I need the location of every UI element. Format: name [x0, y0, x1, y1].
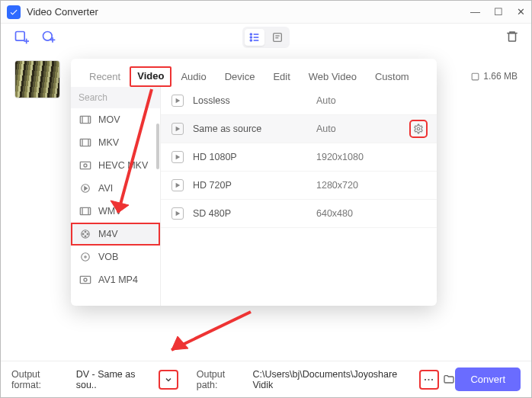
preset-name: HD 1080P: [193, 152, 307, 162]
svg-rect-0: [16, 32, 25, 41]
preset-resolution: 1280x720: [316, 180, 358, 191]
window-maximize-icon[interactable]: ☐: [494, 6, 503, 18]
preset-row-lossless[interactable]: Lossless Auto: [161, 87, 437, 115]
format-label: AVI: [98, 183, 113, 194]
preset-row-hd-720p[interactable]: HD 720P 1280x720: [161, 172, 437, 200]
view-note-button[interactable]: [268, 29, 287, 46]
main-toolbar: [1, 24, 531, 51]
preset-resolution: Auto: [316, 124, 336, 134]
play-icon: [171, 151, 184, 163]
play-circle-icon: [79, 183, 92, 194]
reel-icon: [79, 229, 92, 239]
tab-audio[interactable]: Audio: [171, 66, 215, 87]
preset-name: HD 720P: [193, 180, 307, 191]
tab-custom[interactable]: Custom: [366, 66, 418, 87]
format-label: WMV: [98, 206, 122, 217]
svg-point-36: [85, 256, 86, 258]
svg-marker-48: [171, 336, 188, 350]
thumbnail-image: [15, 61, 59, 98]
format-category-tabs: Recent Video Audio Device Edit Web Video…: [71, 59, 437, 87]
tab-webvideo[interactable]: Web Video: [300, 66, 366, 87]
svg-rect-37: [80, 276, 90, 283]
format-list[interactable]: Search MOV MKV HEVC MKV AVI: [71, 87, 161, 306]
preset-name: SD 480P: [193, 208, 307, 219]
preset-row-sd-480p[interactable]: SD 480P 640x480: [161, 200, 437, 228]
app-title: Video Converter: [27, 6, 98, 18]
tab-edit[interactable]: Edit: [264, 66, 299, 87]
svg-marker-40: [176, 127, 181, 131]
format-item-mov[interactable]: MOV: [71, 108, 160, 131]
view-toggle: [242, 27, 290, 48]
tab-recent[interactable]: Recent: [80, 66, 130, 87]
open-output-folder-button[interactable]: [442, 373, 456, 387]
svg-point-38: [84, 278, 87, 281]
output-format-value: DV - Same as sou..: [76, 369, 158, 390]
preset-resolution: 640x480: [316, 208, 353, 219]
svg-point-33: [85, 236, 86, 237]
output-path-label: Output path:: [197, 369, 248, 390]
format-item-wmv[interactable]: WMV: [71, 200, 160, 223]
svg-marker-44: [176, 211, 181, 216]
app-window: Video Converter — ☐ ✕ 1.6: [0, 0, 532, 398]
search-input[interactable]: Search: [71, 87, 160, 108]
format-item-vob[interactable]: VOB: [71, 246, 160, 268]
tab-video[interactable]: Video: [130, 66, 171, 87]
svg-point-35: [82, 253, 90, 262]
svg-point-34: [82, 233, 84, 235]
svg-point-24: [84, 164, 87, 167]
preset-settings-button[interactable]: [411, 121, 426, 136]
svg-marker-26: [85, 187, 88, 191]
format-label: MOV: [98, 114, 120, 125]
codec-icon: [79, 274, 92, 285]
film-icon: [79, 206, 92, 217]
svg-rect-23: [80, 162, 90, 169]
codec-icon: [79, 160, 92, 171]
format-item-mkv[interactable]: MKV: [71, 131, 160, 154]
convert-button[interactable]: Convert: [455, 368, 521, 391]
format-label: VOB: [98, 252, 118, 262]
window-minimize-icon[interactable]: —: [470, 6, 480, 18]
format-label: AV1 MP4: [98, 274, 138, 285]
format-item-avi[interactable]: AVI: [71, 177, 160, 200]
annotation-arrow-icon: [161, 306, 260, 359]
play-icon: [171, 123, 184, 135]
svg-point-32: [87, 233, 88, 235]
tab-device[interactable]: Device: [216, 66, 264, 87]
output-path-value: C:\Users\bj\Documents\Joyoshare Vidik: [252, 369, 418, 390]
file-thumbnail[interactable]: [14, 60, 60, 98]
output-format-label: Output format:: [11, 369, 72, 390]
play-icon: [171, 95, 184, 107]
title-bar: Video Converter — ☐ ✕: [1, 1, 531, 24]
format-label: MKV: [98, 137, 119, 148]
format-label: HEVC MKV: [98, 160, 148, 171]
view-list-button[interactable]: [245, 29, 264, 46]
output-path-browse-button[interactable]: ···: [421, 371, 437, 388]
bottom-bar: Output format: DV - Same as sou.. Output…: [1, 361, 531, 397]
format-item-hevc-mkv[interactable]: HEVC MKV: [71, 154, 160, 177]
format-item-av1-mp4[interactable]: AV1 MP4: [71, 268, 160, 291]
svg-rect-15: [509, 33, 516, 41]
svg-marker-39: [176, 98, 181, 103]
svg-marker-43: [176, 183, 181, 188]
svg-marker-42: [176, 155, 181, 159]
file-size-value: 1.66 MB: [483, 71, 518, 82]
preset-resolution: 1920x1080: [316, 152, 364, 162]
svg-line-47: [171, 312, 251, 350]
scrollbar-thumb[interactable]: [156, 124, 159, 169]
preset-row-same-as-source[interactable]: Same as source Auto: [161, 115, 437, 143]
svg-point-6: [250, 34, 252, 35]
preset-name: Same as source: [193, 124, 307, 134]
play-icon: [171, 207, 184, 220]
preset-resolution: Auto: [316, 95, 336, 106]
format-list-scrollbar[interactable]: [156, 108, 159, 215]
svg-point-31: [85, 231, 86, 233]
add-link-button[interactable]: [40, 29, 57, 46]
file-size-badge: 1.66 MB: [470, 71, 518, 82]
output-format-dropdown[interactable]: [160, 371, 177, 388]
window-close-icon[interactable]: ✕: [517, 6, 525, 18]
format-item-m4v[interactable]: M4V: [71, 223, 160, 246]
add-file-button[interactable]: [13, 29, 30, 46]
trash-button[interactable]: [505, 30, 519, 46]
preset-row-hd-1080p[interactable]: HD 1080P 1920x1080: [161, 143, 437, 172]
preset-list: Lossless Auto Same as source Auto HD 108…: [161, 87, 437, 306]
